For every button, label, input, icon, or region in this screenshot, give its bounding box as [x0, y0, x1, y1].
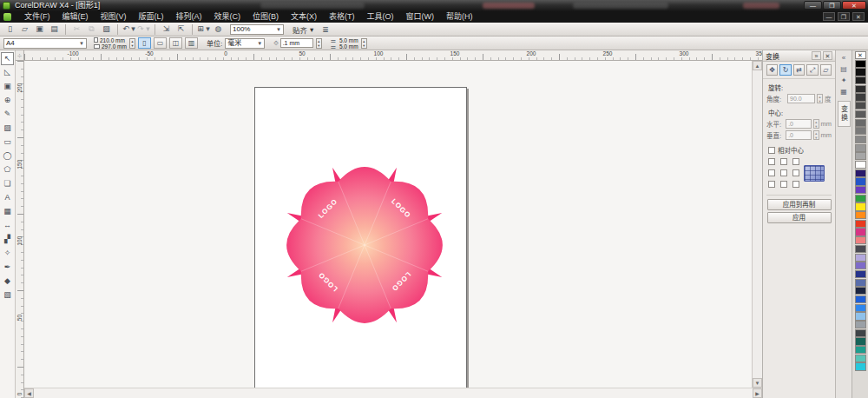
color-swatch[interactable]	[855, 195, 866, 202]
rectangle-tool[interactable]: ▭	[1, 136, 14, 149]
zoom-tool[interactable]: ⊕	[1, 94, 14, 107]
zoom-level-combo[interactable]: 100% ▼	[230, 24, 284, 35]
fill-tool[interactable]: ◆	[1, 275, 14, 288]
color-swatch[interactable]	[855, 254, 866, 262]
center-vertical-input[interactable]: .0	[786, 130, 812, 140]
color-swatch[interactable]	[855, 236, 866, 244]
menu-item[interactable]: 文本(X)	[285, 11, 323, 23]
portrait-button[interactable]: ▯	[138, 37, 151, 49]
menu-item[interactable]: 帮助(H)	[440, 11, 479, 23]
crop-tool[interactable]: ▣	[1, 80, 14, 93]
menu-item[interactable]: 表格(T)	[323, 11, 361, 23]
nudge-offset-field[interactable]: .1 mm	[280, 38, 313, 48]
freehand-tool[interactable]: ✎	[1, 108, 14, 121]
color-swatch[interactable]	[855, 186, 866, 194]
export-icon[interactable]: ⇱	[174, 23, 187, 35]
options-icon[interactable]: ≣	[322, 25, 329, 34]
doc-close-button[interactable]: ✕	[852, 12, 865, 21]
color-swatch[interactable]	[855, 329, 866, 337]
color-swatch[interactable]	[855, 152, 866, 160]
color-swatch[interactable]: ✕	[855, 51, 866, 59]
dimension-tool[interactable]: ↔	[1, 219, 14, 232]
color-swatch[interactable]	[855, 119, 866, 127]
cut-icon[interactable]: ✂	[70, 23, 83, 35]
nudge-spinner[interactable]: ▲▼	[316, 38, 322, 49]
duplicate-y-value[interactable]: 5.0 mm	[339, 43, 358, 50]
interactive-fill-tool[interactable]: ▧	[1, 289, 14, 302]
pick-tool[interactable]: ↖	[1, 52, 14, 65]
menu-item[interactable]: 版面(L)	[133, 11, 170, 23]
eyedropper-tool[interactable]: ✧	[1, 247, 14, 260]
docker-flyout-icon[interactable]: »	[812, 51, 821, 60]
vertical-spinner[interactable]: ▲▼	[813, 130, 819, 140]
corel-online-icon[interactable]: ◍	[212, 23, 225, 35]
scroll-left-button[interactable]: ◀	[24, 388, 34, 398]
color-swatch[interactable]	[855, 76, 866, 84]
color-swatch[interactable]	[855, 60, 866, 68]
ruler-origin-corner[interactable]: ⊹	[16, 50, 24, 61]
scale-mirror-button[interactable]: ⇄	[793, 64, 805, 76]
color-swatch[interactable]	[855, 279, 866, 287]
color-swatch[interactable]	[855, 144, 866, 152]
color-swatch[interactable]	[855, 287, 866, 295]
app-launcher-icon[interactable]: ⊞ ▾	[197, 23, 210, 35]
menu-item[interactable]: 位图(B)	[247, 11, 285, 23]
docker-tab-icon-3[interactable]: ✦	[838, 75, 850, 86]
color-swatch[interactable]	[855, 362, 866, 370]
horizontal-ruler[interactable]: -100-50050100150200250300350	[24, 50, 838, 61]
duplicate-spinner[interactable]: ▲▼	[361, 38, 367, 49]
color-swatch[interactable]	[855, 321, 866, 328]
size-button[interactable]: ⤢	[806, 64, 818, 76]
menu-item[interactable]: 效果(C)	[208, 11, 247, 23]
anchor-checkbox[interactable]	[780, 158, 787, 165]
rotate-button[interactable]: ↻	[779, 64, 791, 76]
color-swatch[interactable]	[855, 228, 866, 235]
color-swatch[interactable]	[855, 262, 866, 269]
angle-spinner[interactable]: ▲▼	[817, 94, 823, 103]
color-swatch[interactable]	[855, 295, 866, 303]
doc-minimize-button[interactable]: —	[823, 12, 835, 21]
umbrella-graphic[interactable]: LOGOLOGOLOGOLOGO	[278, 158, 451, 332]
color-swatch[interactable]	[855, 220, 866, 228]
blend-tool[interactable]: ▞	[1, 233, 14, 246]
color-swatch[interactable]	[855, 337, 866, 345]
redo-icon[interactable]: ↷ ▾	[137, 23, 150, 35]
landscape-button[interactable]: ▭	[154, 37, 167, 49]
anchor-checkbox[interactable]	[768, 181, 775, 188]
import-icon[interactable]: ⇲	[160, 23, 173, 35]
color-swatch[interactable]	[855, 355, 866, 362]
color-swatch[interactable]	[855, 161, 866, 169]
color-swatch[interactable]	[855, 304, 866, 312]
shape-tool[interactable]: ◺	[1, 66, 14, 79]
color-swatch[interactable]	[855, 202, 866, 210]
color-swatch[interactable]	[855, 136, 866, 143]
scroll-down-button[interactable]: ▼	[753, 378, 762, 388]
maximize-button[interactable]: ❐	[823, 1, 841, 10]
anchor-checkbox[interactable]	[780, 169, 787, 176]
docker-tab-icon-4[interactable]: ▦	[838, 86, 850, 97]
center-horizontal-input[interactable]: .0	[786, 119, 812, 129]
color-swatch[interactable]	[855, 68, 866, 76]
page-height-value[interactable]: 297.0 mm	[102, 43, 127, 50]
umbrella-object[interactable]: LOGOLOGOLOGOLOGO	[278, 158, 451, 332]
color-swatch[interactable]	[855, 127, 866, 135]
table-tool[interactable]: ▦	[1, 205, 14, 218]
scroll-right-button[interactable]: ▶	[753, 388, 762, 398]
drawing-canvas[interactable]: LOGOLOGOLOGOLOGO	[24, 61, 752, 398]
color-swatch[interactable]	[855, 110, 866, 118]
color-swatch[interactable]	[855, 102, 866, 109]
print-icon[interactable]: ▤	[48, 23, 61, 35]
color-swatch[interactable]	[855, 346, 866, 354]
duplicate-x-value[interactable]: 5.0 mm	[339, 37, 358, 43]
apply-button[interactable]: 应用	[767, 212, 832, 223]
color-swatch[interactable]	[855, 245, 866, 253]
copy-icon[interactable]: ⧉	[85, 23, 98, 35]
skew-button[interactable]: ▱	[820, 64, 832, 76]
color-swatch[interactable]	[855, 312, 866, 320]
relative-center-checkbox[interactable]	[768, 147, 775, 154]
close-button[interactable]: ✕	[842, 1, 866, 10]
menu-item[interactable]: 工具(O)	[361, 11, 400, 23]
anchor-checkbox[interactable]	[792, 181, 799, 188]
text-tool[interactable]: A	[1, 191, 14, 204]
open-icon[interactable]: ▱	[18, 23, 31, 35]
